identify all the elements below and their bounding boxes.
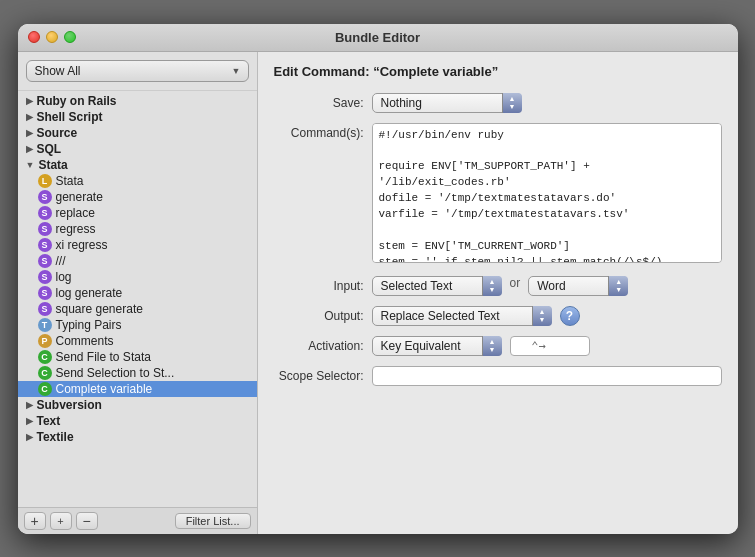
- help-button[interactable]: ?: [560, 306, 580, 326]
- commands-label: Command(s):: [274, 123, 364, 140]
- sidebar-item-label: log generate: [56, 286, 123, 300]
- sidebar: Show All ▶ Ruby on Rails ▶ Shell Script …: [18, 52, 258, 534]
- sidebar-item-sql[interactable]: ▶ SQL: [18, 141, 257, 157]
- sidebar-item-subversion[interactable]: ▶ Subversion: [18, 397, 257, 413]
- snippet-icon: S: [38, 286, 52, 300]
- sidebar-item-replace[interactable]: S replace: [18, 205, 257, 221]
- scope-input[interactable]: [372, 366, 722, 386]
- commands-row: Command(s): #!/usr/bin/env ruby require …: [274, 123, 722, 266]
- add-item-button[interactable]: +: [24, 512, 46, 530]
- input-label: Input:: [274, 276, 364, 293]
- activation-label: Activation:: [274, 336, 364, 353]
- sidebar-item-stata-group[interactable]: ▼ Stata: [18, 157, 257, 173]
- sidebar-item-xi-regress[interactable]: S xi regress: [18, 237, 257, 253]
- show-all-select[interactable]: Show All: [26, 60, 249, 82]
- sidebar-item-label: SQL: [37, 142, 62, 156]
- sidebar-item-label: Textile: [37, 430, 74, 444]
- arrow-icon: ▶: [26, 144, 33, 154]
- sidebar-item-label: Ruby on Rails: [37, 94, 117, 108]
- sidebar-item-label: Source: [37, 126, 78, 140]
- arrow-icon: ▼: [26, 160, 35, 170]
- sidebar-item-regress[interactable]: S regress: [18, 221, 257, 237]
- save-row: Save: Nothing Current File All Files ▲ ▼: [274, 93, 722, 113]
- snippet-icon: S: [38, 238, 52, 252]
- sidebar-item-source[interactable]: ▶ Source: [18, 125, 257, 141]
- scope-row: Scope Selector:: [274, 366, 722, 386]
- minimize-button[interactable]: [46, 31, 58, 43]
- save-label: Save:: [274, 93, 364, 110]
- sidebar-item-send-selection[interactable]: C Send Selection to St...: [18, 365, 257, 381]
- sidebar-list: ▶ Ruby on Rails ▶ Shell Script ▶ Source …: [18, 91, 257, 507]
- maximize-button[interactable]: [64, 31, 76, 43]
- sidebar-item-label: Send Selection to St...: [56, 366, 175, 380]
- arrow-icon: ▶: [26, 96, 33, 106]
- sidebar-item-label: Shell Script: [37, 110, 103, 124]
- sidebar-item-label: Comments: [56, 334, 114, 348]
- add-group-button[interactable]: +: [50, 512, 72, 530]
- sidebar-item-ruby-on-rails[interactable]: ▶ Ruby on Rails: [18, 93, 257, 109]
- snippet-icon: S: [38, 302, 52, 316]
- sidebar-item-comments[interactable]: P Comments: [18, 333, 257, 349]
- show-all-wrapper: Show All: [26, 60, 249, 82]
- command-textarea[interactable]: #!/usr/bin/env ruby require ENV['TM_SUPP…: [372, 123, 722, 263]
- arrow-icon: ▶: [26, 416, 33, 426]
- window-title: Bundle Editor: [335, 30, 420, 45]
- sidebar-item-label: xi regress: [56, 238, 108, 252]
- sidebar-item-complete-variable[interactable]: C Complete variable: [18, 381, 257, 397]
- comments-icon: P: [38, 334, 52, 348]
- scope-label: Scope Selector:: [274, 366, 364, 383]
- sidebar-item-triple-slash[interactable]: S ///: [18, 253, 257, 269]
- sidebar-item-typing-pairs[interactable]: T Typing Pairs: [18, 317, 257, 333]
- content-area: Show All ▶ Ruby on Rails ▶ Shell Script …: [18, 52, 738, 534]
- command-icon: C: [38, 382, 52, 396]
- output-row: Output: Replace Selected Text Insert as …: [274, 306, 722, 326]
- sidebar-bottom: + + − Filter List...: [18, 507, 257, 534]
- close-button[interactable]: [28, 31, 40, 43]
- sidebar-item-log[interactable]: S log: [18, 269, 257, 285]
- save-select[interactable]: Nothing Current File All Files: [372, 93, 522, 113]
- command-icon: C: [38, 366, 52, 380]
- snippet-icon: S: [38, 190, 52, 204]
- sidebar-item-stata[interactable]: L Stata: [18, 173, 257, 189]
- sidebar-item-label: Complete variable: [56, 382, 153, 396]
- sidebar-item-label: generate: [56, 190, 103, 204]
- sidebar-item-label: Send File to Stata: [56, 350, 151, 364]
- sidebar-item-shell-script[interactable]: ▶ Shell Script: [18, 109, 257, 125]
- key-equivalent-display[interactable]: ⌃→: [510, 336, 590, 356]
- sidebar-item-textile[interactable]: ▶ Textile: [18, 429, 257, 445]
- sidebar-item-square-generate[interactable]: S square generate: [18, 301, 257, 317]
- bundle-editor-window: Bundle Editor Show All ▶ Ruby on Rails: [18, 24, 738, 534]
- traffic-lights: [28, 31, 76, 43]
- input-select[interactable]: Selected Text Document Line Word Nothing: [372, 276, 502, 296]
- sidebar-item-send-file[interactable]: C Send File to Stata: [18, 349, 257, 365]
- output-select[interactable]: Replace Selected Text Insert as Text Ins…: [372, 306, 552, 326]
- arrow-icon: ▶: [26, 400, 33, 410]
- sidebar-item-log-generate[interactable]: S log generate: [18, 285, 257, 301]
- sidebar-item-label: square generate: [56, 302, 143, 316]
- sidebar-item-label: ///: [56, 254, 66, 268]
- arrow-icon: ▶: [26, 112, 33, 122]
- remove-item-button[interactable]: −: [76, 512, 98, 530]
- sidebar-item-label: Typing Pairs: [56, 318, 122, 332]
- typing-pairs-icon: T: [38, 318, 52, 332]
- sidebar-item-text[interactable]: ▶ Text: [18, 413, 257, 429]
- sidebar-item-label: Stata: [56, 174, 84, 188]
- snippet-icon: S: [38, 254, 52, 268]
- snippet-icon: S: [38, 270, 52, 284]
- sidebar-top: Show All: [18, 52, 257, 91]
- arrow-icon: ▶: [26, 432, 33, 442]
- output-label: Output:: [274, 306, 364, 323]
- edit-title: Edit Command: “Complete variable”: [274, 64, 722, 79]
- sidebar-item-label: Subversion: [37, 398, 102, 412]
- input-row: Input: Selected Text Document Line Word …: [274, 276, 722, 296]
- sidebar-item-generate[interactable]: S generate: [18, 189, 257, 205]
- sidebar-item-label: Stata: [38, 158, 67, 172]
- activation-select[interactable]: Key Equivalent Tab Trigger: [372, 336, 502, 356]
- input-secondary-select[interactable]: Word Line Document Nothing: [528, 276, 628, 296]
- command-icon: C: [38, 350, 52, 364]
- arrow-icon: ▶: [26, 128, 33, 138]
- sidebar-item-label: log: [56, 270, 72, 284]
- sidebar-item-label: regress: [56, 222, 96, 236]
- filter-list-button[interactable]: Filter List...: [175, 513, 251, 529]
- sidebar-item-label: Text: [37, 414, 61, 428]
